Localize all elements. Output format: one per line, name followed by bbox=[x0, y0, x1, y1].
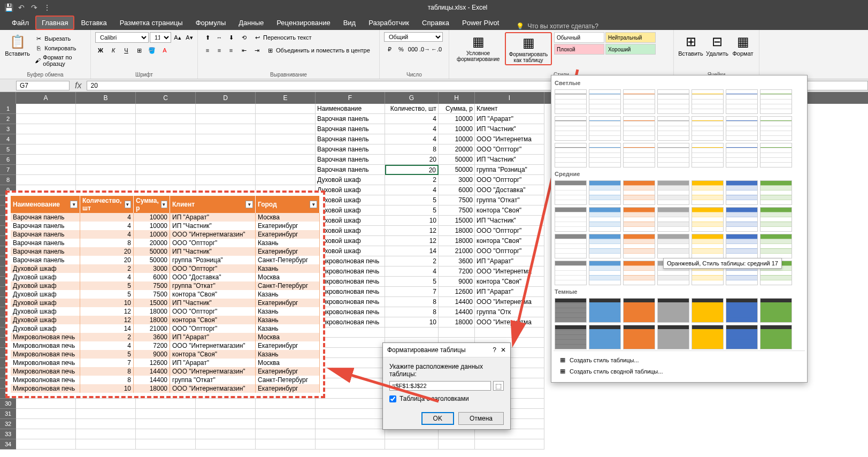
cell-G16[interactable]: 2 bbox=[385, 256, 439, 266]
table-style-swatch[interactable] bbox=[555, 298, 587, 323]
cell-E8[interactable] bbox=[256, 175, 316, 185]
cell-E30[interactable] bbox=[256, 399, 316, 409]
cell-F12[interactable]: Духовой шкаф bbox=[316, 216, 385, 226]
cell-D5[interactable] bbox=[196, 144, 256, 155]
cell-F11[interactable]: Духовой шкаф bbox=[316, 205, 385, 216]
font-size-select[interactable]: 11 bbox=[150, 32, 171, 43]
tab-layout[interactable]: Разметка страницы bbox=[113, 16, 189, 30]
table-style-swatch[interactable] bbox=[692, 325, 724, 349]
cell-C5[interactable] bbox=[136, 144, 196, 155]
table-style-swatch[interactable] bbox=[657, 180, 689, 205]
row-header-34[interactable]: 34 bbox=[0, 439, 16, 450]
cell-F5[interactable]: Варочная панель bbox=[316, 144, 385, 155]
table-style-swatch[interactable] bbox=[555, 89, 587, 114]
column-header-I[interactable]: I bbox=[475, 92, 544, 104]
cell-G19[interactable]: 7 bbox=[385, 287, 439, 297]
paste-button[interactable]: 📋 Вставить bbox=[4, 32, 30, 58]
cell-D4[interactable] bbox=[196, 134, 256, 144]
cell-I6[interactable]: ИП "Частник" bbox=[475, 155, 544, 165]
number-format-select[interactable]: Общий bbox=[384, 32, 443, 42]
cell-F27[interactable] bbox=[316, 368, 385, 378]
cell-G15[interactable]: 14 bbox=[385, 246, 439, 256]
cell-F13[interactable]: Духовой шкаф bbox=[316, 226, 385, 236]
cell-I21[interactable]: группа "Отк bbox=[475, 307, 544, 317]
align-top-button[interactable]: ⬆ bbox=[202, 32, 213, 43]
cell-B7[interactable] bbox=[76, 165, 136, 175]
cell-G2[interactable]: 4 bbox=[385, 114, 439, 124]
cell-A30[interactable] bbox=[16, 399, 76, 409]
cell-C4[interactable] bbox=[136, 134, 196, 144]
align-right-button[interactable]: ≡ bbox=[226, 45, 236, 56]
font-name-select[interactable]: Calibri bbox=[95, 32, 149, 43]
cell-F4[interactable]: Варочная панель bbox=[316, 134, 385, 144]
merge-button[interactable]: ⊞Объединить и поместить в центре bbox=[264, 46, 372, 55]
cell-C33[interactable] bbox=[136, 429, 196, 439]
cell-F26[interactable] bbox=[316, 358, 385, 368]
cell-I1[interactable]: Клиент bbox=[475, 104, 544, 114]
cell-C3[interactable] bbox=[136, 124, 196, 134]
cell-G6[interactable]: 20 bbox=[385, 155, 439, 165]
cell-I20[interactable]: ООО "Интернетма bbox=[475, 297, 544, 307]
qat-more-icon[interactable]: ⋮ bbox=[43, 3, 51, 12]
cell-D6[interactable] bbox=[196, 155, 256, 165]
cell-E32[interactable] bbox=[256, 419, 316, 429]
table-style-swatch[interactable] bbox=[589, 143, 621, 167]
cell-G34[interactable] bbox=[385, 439, 439, 450]
table-style-swatch[interactable] bbox=[657, 89, 689, 114]
cell-D34[interactable] bbox=[196, 439, 256, 450]
cell-C30[interactable] bbox=[136, 399, 196, 409]
cell-I15[interactable]: ООО "Оптторг" bbox=[475, 246, 544, 256]
ft-header-cell[interactable]: Клиент▾ bbox=[170, 196, 256, 213]
cell-F2[interactable]: Варочная панель bbox=[316, 114, 385, 124]
bold-button[interactable]: Ж bbox=[95, 45, 106, 56]
cell-F20[interactable]: Микроволновая печь bbox=[316, 297, 385, 307]
cell-F8[interactable]: Духовой шкаф bbox=[316, 175, 385, 185]
cell-H8[interactable]: 3000 bbox=[439, 175, 475, 185]
table-style-swatch[interactable] bbox=[623, 89, 655, 114]
cell-H13[interactable]: 18000 bbox=[439, 226, 475, 236]
cell-I12[interactable]: ИП "Частник" bbox=[475, 216, 544, 226]
table-style-swatch[interactable] bbox=[760, 207, 792, 232]
table-style-swatch[interactable] bbox=[657, 207, 689, 232]
cell-F14[interactable]: Духовой шкаф bbox=[316, 236, 385, 246]
table-style-swatch[interactable] bbox=[726, 143, 758, 167]
table-style-swatch[interactable] bbox=[589, 89, 621, 114]
row-header-8[interactable]: 8 bbox=[0, 175, 16, 185]
cell-B4[interactable] bbox=[76, 134, 136, 144]
table-style-swatch[interactable] bbox=[589, 261, 621, 285]
format-cells-button[interactable]: ▦Формат bbox=[731, 32, 755, 58]
cell-I3[interactable]: ИП "Частник" bbox=[475, 124, 544, 134]
cell-H21[interactable]: 14400 bbox=[439, 307, 475, 317]
cell-G21[interactable]: 8 bbox=[385, 307, 439, 317]
cell-F31[interactable] bbox=[316, 409, 385, 419]
table-style-swatch[interactable] bbox=[760, 89, 792, 114]
style-bad[interactable]: Плохой bbox=[554, 44, 604, 55]
cell-H2[interactable]: 10000 bbox=[439, 114, 475, 124]
cell-H19[interactable]: 12600 bbox=[439, 287, 475, 297]
cell-I23[interactable] bbox=[475, 327, 544, 338]
cell-A3[interactable] bbox=[16, 124, 76, 134]
cell-D30[interactable] bbox=[196, 399, 256, 409]
cell-H5[interactable]: 20000 bbox=[439, 144, 475, 155]
cell-F3[interactable]: Варочная панель bbox=[316, 124, 385, 134]
table-style-swatch[interactable] bbox=[623, 325, 655, 349]
cell-I16[interactable]: ИП "Арарат" bbox=[475, 256, 544, 266]
cell-F19[interactable]: Микроволновая печь bbox=[316, 287, 385, 297]
cell-G10[interactable]: 5 bbox=[385, 195, 439, 205]
table-style-swatch[interactable] bbox=[589, 234, 621, 258]
column-header-D[interactable]: D bbox=[196, 92, 256, 104]
table-style-swatch[interactable] bbox=[623, 261, 655, 285]
fx-icon[interactable]: fx bbox=[70, 81, 87, 90]
cell-G23[interactable] bbox=[385, 327, 439, 338]
cell-H3[interactable]: 10000 bbox=[439, 124, 475, 134]
cell-H7[interactable]: 50000 bbox=[439, 165, 475, 175]
cell-G20[interactable]: 8 bbox=[385, 297, 439, 307]
dialog-help-button[interactable]: ? bbox=[493, 346, 496, 354]
table-style-swatch[interactable] bbox=[692, 207, 724, 232]
table-style-swatch[interactable] bbox=[555, 180, 587, 205]
cell-D33[interactable] bbox=[196, 429, 256, 439]
orientation-button[interactable]: ⟲ bbox=[239, 32, 249, 43]
cell-E34[interactable] bbox=[256, 439, 316, 450]
cell-E7[interactable] bbox=[256, 165, 316, 175]
table-style-swatch[interactable] bbox=[726, 234, 758, 258]
